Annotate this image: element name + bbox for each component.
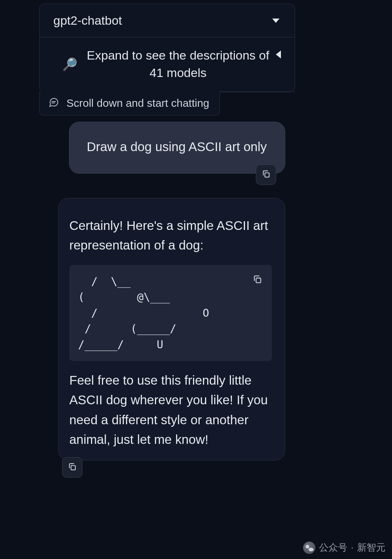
expand-descriptions-toggle[interactable]: 🔎 Expand to see the descriptions of 41 m… <box>40 37 295 92</box>
model-dropdown-label: gpt2-chatbot <box>53 13 122 28</box>
chat-bubble-icon <box>48 97 59 109</box>
expand-descriptions-label: Expand to see the descriptions of 41 mod… <box>84 47 273 81</box>
model-dropdown[interactable]: gpt2-chatbot <box>40 4 295 37</box>
scroll-hint-banner: Scroll down and start chatting <box>39 91 220 116</box>
watermark: 公众号 · 新智元 <box>303 541 385 554</box>
watermark-dot: · <box>351 542 354 553</box>
assistant-message-bubble: Certainly! Here's a simple ASCII art rep… <box>58 198 285 461</box>
magnifier-icon: 🔎 <box>62 57 77 72</box>
copy-icon <box>261 169 271 180</box>
user-message-bubble: Draw a dog using ASCII art only <box>69 122 285 174</box>
controls-panel: gpt2-chatbot 🔎 Expand to see the descrip… <box>39 4 295 92</box>
svg-rect-2 <box>265 173 269 177</box>
copy-assistant-message-button[interactable] <box>62 457 82 478</box>
assistant-intro-text: Certainly! Here's a simple ASCII art rep… <box>69 216 272 255</box>
svg-rect-3 <box>256 278 261 283</box>
ascii-code-block: / \__ ( @\___ / O / (_____/ /_____/ U <box>69 265 272 361</box>
assistant-outro-text: Feel free to use this friendly little AS… <box>69 370 272 449</box>
scroll-hint-text: Scroll down and start chatting <box>66 97 209 109</box>
svg-rect-4 <box>71 466 75 470</box>
user-message-text: Draw a dog using ASCII art only <box>87 138 268 155</box>
copy-user-message-button[interactable] <box>256 165 276 185</box>
watermark-source: 新智元 <box>357 541 385 554</box>
copy-icon <box>68 462 77 473</box>
wechat-icon <box>303 542 315 554</box>
copy-code-button[interactable] <box>251 273 264 286</box>
ascii-art-content: / \__ ( @\___ / O / (_____/ /_____/ U <box>78 274 263 353</box>
triangle-left-icon <box>276 50 281 58</box>
chevron-down-icon <box>272 19 279 23</box>
watermark-label: 公众号 <box>319 541 347 554</box>
